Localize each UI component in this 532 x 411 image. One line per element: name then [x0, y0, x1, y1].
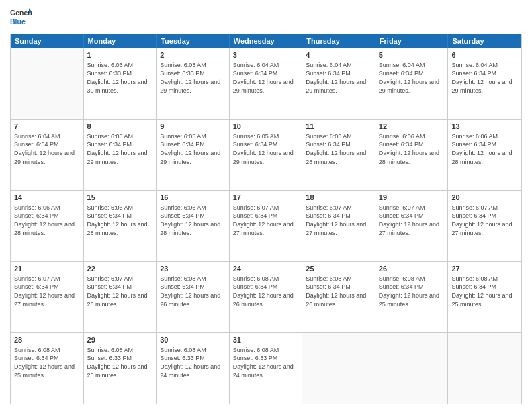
cell-info: Sunrise: 6:04 AMSunset: 6:34 PMDaylight:… [379, 61, 445, 95]
header-day-monday: Monday [84, 34, 157, 48]
cell-info: Sunrise: 6:08 AMSunset: 6:34 PMDaylight:… [160, 275, 226, 308]
cal-cell: 21Sunrise: 6:07 AMSunset: 6:34 PMDayligh… [11, 262, 84, 332]
cell-info: Sunrise: 6:08 AMSunset: 6:34 PMDaylight:… [306, 275, 371, 308]
cal-cell: 14Sunrise: 6:06 AMSunset: 6:34 PMDayligh… [11, 191, 84, 261]
cell-info: Sunrise: 6:06 AMSunset: 6:34 PMDaylight:… [87, 203, 153, 237]
cell-info: Sunrise: 6:07 AMSunset: 6:34 PMDaylight:… [14, 275, 80, 308]
svg-text:General: General [10, 9, 32, 17]
cell-info: Sunrise: 6:08 AMSunset: 6:34 PMDaylight:… [379, 275, 445, 308]
cal-cell: 6Sunrise: 6:04 AMSunset: 6:34 PMDaylight… [448, 48, 521, 119]
cal-cell: 24Sunrise: 6:08 AMSunset: 6:34 PMDayligh… [230, 262, 303, 332]
day-number: 21 [14, 264, 80, 274]
week-row-4: 28Sunrise: 6:08 AMSunset: 6:34 PMDayligh… [11, 332, 521, 404]
week-row-1: 7Sunrise: 6:04 AMSunset: 6:34 PMDaylight… [11, 119, 521, 190]
day-number: 24 [233, 264, 299, 274]
cal-cell [11, 48, 84, 119]
cell-info: Sunrise: 6:05 AMSunset: 6:34 PMDaylight:… [233, 132, 299, 166]
logo-svg: General Blue [10, 7, 32, 28]
cell-info: Sunrise: 6:07 AMSunset: 6:34 PMDaylight:… [379, 203, 445, 237]
day-number: 19 [379, 193, 445, 203]
cell-info: Sunrise: 6:06 AMSunset: 6:34 PMDaylight:… [14, 203, 80, 237]
cell-info: Sunrise: 6:07 AMSunset: 6:34 PMDaylight:… [451, 203, 518, 237]
header-day-friday: Friday [375, 34, 449, 48]
cal-cell: 28Sunrise: 6:08 AMSunset: 6:34 PMDayligh… [11, 333, 84, 404]
cal-cell: 10Sunrise: 6:05 AMSunset: 6:34 PMDayligh… [230, 120, 303, 190]
cal-cell: 9Sunrise: 6:05 AMSunset: 6:34 PMDaylight… [157, 120, 230, 190]
cal-cell: 19Sunrise: 6:07 AMSunset: 6:34 PMDayligh… [375, 191, 449, 261]
cell-info: Sunrise: 6:07 AMSunset: 6:34 PMDaylight:… [233, 203, 299, 237]
cal-cell: 31Sunrise: 6:08 AMSunset: 6:33 PMDayligh… [230, 333, 303, 404]
day-number: 15 [87, 193, 153, 203]
week-row-2: 14Sunrise: 6:06 AMSunset: 6:34 PMDayligh… [11, 190, 521, 261]
cal-cell: 23Sunrise: 6:08 AMSunset: 6:34 PMDayligh… [157, 262, 230, 332]
cal-cell: 11Sunrise: 6:05 AMSunset: 6:34 PMDayligh… [302, 120, 375, 190]
day-number: 14 [14, 193, 80, 203]
cell-info: Sunrise: 6:08 AMSunset: 6:33 PMDaylight:… [87, 346, 153, 379]
cal-cell: 29Sunrise: 6:08 AMSunset: 6:33 PMDayligh… [84, 333, 157, 404]
day-number: 17 [233, 193, 299, 203]
day-number: 5 [379, 50, 445, 60]
day-number: 22 [87, 264, 153, 274]
page: General Blue SundayMondayTuesdayWednesda… [0, 0, 532, 411]
cal-cell: 30Sunrise: 6:08 AMSunset: 6:33 PMDayligh… [157, 333, 230, 404]
day-number: 10 [233, 122, 299, 132]
cal-cell: 5Sunrise: 6:04 AMSunset: 6:34 PMDaylight… [375, 48, 449, 119]
cal-cell: 18Sunrise: 6:07 AMSunset: 6:34 PMDayligh… [302, 191, 375, 261]
day-number: 31 [233, 335, 299, 345]
cell-info: Sunrise: 6:08 AMSunset: 6:33 PMDaylight:… [160, 346, 226, 379]
cell-info: Sunrise: 6:08 AMSunset: 6:33 PMDaylight:… [233, 346, 299, 379]
cell-info: Sunrise: 6:04 AMSunset: 6:34 PMDaylight:… [14, 132, 80, 166]
day-number: 27 [451, 264, 518, 274]
cal-cell: 15Sunrise: 6:06 AMSunset: 6:34 PMDayligh… [84, 191, 157, 261]
day-number: 20 [451, 193, 518, 203]
day-number: 4 [306, 50, 371, 60]
cal-cell: 16Sunrise: 6:06 AMSunset: 6:34 PMDayligh… [157, 191, 230, 261]
cal-cell: 27Sunrise: 6:08 AMSunset: 6:34 PMDayligh… [448, 262, 521, 332]
cell-info: Sunrise: 6:03 AMSunset: 6:33 PMDaylight:… [87, 61, 153, 95]
day-number: 16 [160, 193, 226, 203]
cell-info: Sunrise: 6:04 AMSunset: 6:34 PMDaylight:… [233, 61, 299, 95]
svg-text:Blue: Blue [10, 17, 26, 26]
cal-cell: 7Sunrise: 6:04 AMSunset: 6:34 PMDaylight… [11, 120, 84, 190]
cal-cell: 2Sunrise: 6:03 AMSunset: 6:33 PMDaylight… [157, 48, 230, 119]
calendar: SundayMondayTuesdayWednesdayThursdayFrid… [10, 34, 522, 404]
cal-cell: 8Sunrise: 6:05 AMSunset: 6:34 PMDaylight… [84, 120, 157, 190]
day-number: 2 [160, 50, 226, 60]
cal-cell [302, 333, 375, 404]
cell-info: Sunrise: 6:05 AMSunset: 6:34 PMDaylight:… [87, 132, 153, 166]
cell-info: Sunrise: 6:08 AMSunset: 6:34 PMDaylight:… [14, 346, 80, 379]
day-number: 18 [306, 193, 371, 203]
calendar-body: 1Sunrise: 6:03 AMSunset: 6:33 PMDaylight… [11, 48, 521, 404]
header-day-tuesday: Tuesday [157, 34, 230, 48]
day-number: 13 [451, 122, 518, 132]
header-day-saturday: Saturday [448, 34, 521, 48]
week-row-3: 21Sunrise: 6:07 AMSunset: 6:34 PMDayligh… [11, 261, 521, 332]
day-number: 3 [233, 50, 299, 60]
cell-info: Sunrise: 6:04 AMSunset: 6:34 PMDaylight:… [306, 61, 371, 95]
cal-cell: 20Sunrise: 6:07 AMSunset: 6:34 PMDayligh… [448, 191, 521, 261]
day-number: 8 [87, 122, 153, 132]
day-number: 6 [451, 50, 518, 60]
header-day-thursday: Thursday [302, 34, 375, 48]
cal-cell: 1Sunrise: 6:03 AMSunset: 6:33 PMDaylight… [84, 48, 157, 119]
header-day-sunday: Sunday [11, 34, 84, 48]
calendar-header: SundayMondayTuesdayWednesdayThursdayFrid… [11, 34, 521, 48]
cal-cell: 17Sunrise: 6:07 AMSunset: 6:34 PMDayligh… [230, 191, 303, 261]
cell-info: Sunrise: 6:08 AMSunset: 6:34 PMDaylight:… [233, 275, 299, 308]
day-number: 12 [379, 122, 445, 132]
day-number: 7 [14, 122, 80, 132]
day-number: 23 [160, 264, 226, 274]
cal-cell: 12Sunrise: 6:06 AMSunset: 6:34 PMDayligh… [375, 120, 449, 190]
logo: General Blue [10, 7, 32, 28]
cal-cell: 4Sunrise: 6:04 AMSunset: 6:34 PMDaylight… [302, 48, 375, 119]
cal-cell: 26Sunrise: 6:08 AMSunset: 6:34 PMDayligh… [375, 262, 449, 332]
day-number: 11 [306, 122, 371, 132]
cell-info: Sunrise: 6:06 AMSunset: 6:34 PMDaylight:… [379, 132, 445, 166]
week-row-0: 1Sunrise: 6:03 AMSunset: 6:33 PMDaylight… [11, 48, 521, 119]
cell-info: Sunrise: 6:05 AMSunset: 6:34 PMDaylight:… [160, 132, 226, 166]
cell-info: Sunrise: 6:07 AMSunset: 6:34 PMDaylight:… [87, 275, 153, 308]
header: General Blue [10, 7, 522, 28]
cell-info: Sunrise: 6:08 AMSunset: 6:34 PMDaylight:… [451, 275, 518, 308]
cal-cell: 25Sunrise: 6:08 AMSunset: 6:34 PMDayligh… [302, 262, 375, 332]
day-number: 25 [306, 264, 371, 274]
